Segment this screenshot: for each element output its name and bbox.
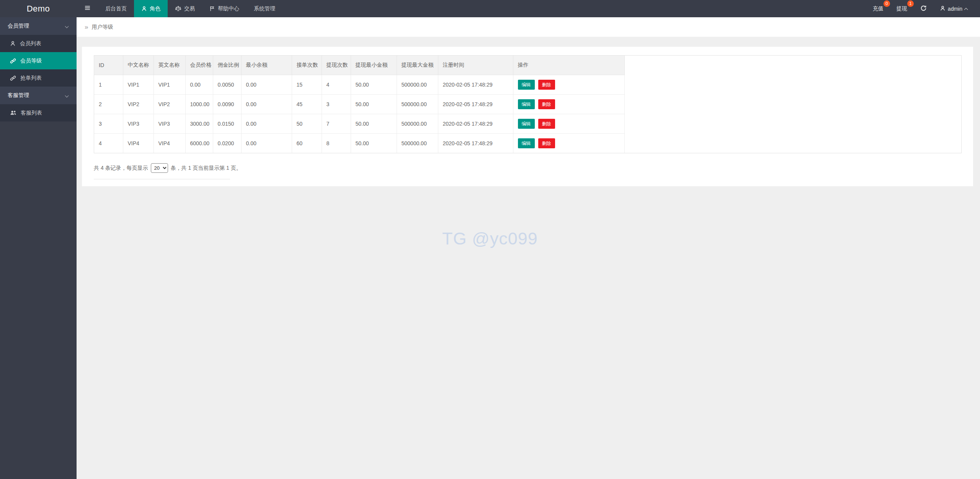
column-header: ID [94, 56, 123, 75]
nav-item-home[interactable]: 后台首页 [98, 0, 134, 17]
nav-item-label: 系统管理 [254, 5, 275, 12]
nav-item-trade[interactable]: 交易 [168, 0, 202, 17]
content-card: ID 中文名称 英文名称 会员价格 佣金比例 最小余额 接单次数 提现次数 提现… [82, 47, 973, 186]
nav-item-label: 角色 [150, 5, 160, 12]
nav-item-system[interactable]: 系统管理 [247, 0, 283, 17]
sidebar-group-support-mgmt[interactable]: 客服管理 [0, 87, 77, 104]
column-header: 提现次数 [322, 56, 351, 75]
nav-item-roles[interactable]: 角色 [134, 0, 168, 17]
column-header: 提现最大金额 [397, 56, 438, 75]
topbar-right: 充值 0 提现 1 admin [866, 0, 980, 17]
nav-item-help[interactable]: 帮助中心 [202, 0, 247, 17]
delete-button[interactable]: 删除 [538, 80, 555, 90]
cell-withdraw-max: 500000.00 [397, 94, 438, 114]
cell-register-time: 2020-02-05 17:48:29 [438, 133, 513, 153]
cell-cn-name: VIP2 [123, 94, 154, 114]
hamburger-button[interactable] [77, 0, 98, 17]
cell-en-name: VIP4 [154, 133, 185, 153]
table-row: 4 VIP4 VIP4 6000.00 0.0200 0.00 60 8 50.… [94, 133, 624, 153]
sidebar-item-member-level[interactable]: 会员等级 [0, 52, 77, 69]
delete-button[interactable]: 删除 [538, 99, 555, 109]
edit-button[interactable]: 编辑 [518, 80, 535, 90]
recharge-label: 充值 [873, 5, 884, 12]
sidebar-item-order-grab-list[interactable]: 抢单列表 [0, 69, 77, 87]
cell-withdraw-min: 50.00 [351, 114, 397, 133]
sidebar-item-support-list[interactable]: 客服列表 [0, 104, 77, 121]
cell-register-time: 2020-02-05 17:48:29 [438, 114, 513, 133]
nav-item-label: 后台首页 [105, 5, 127, 12]
cell-id: 3 [94, 114, 123, 133]
pagination-divider [94, 179, 230, 179]
top-nav: 后台首页 角色 交易 [98, 0, 283, 17]
delete-button[interactable]: 删除 [538, 138, 555, 148]
chevron-down-icon [65, 94, 69, 97]
cell-order-count: 45 [292, 94, 322, 114]
app-logo: Demo [0, 0, 77, 17]
main-content: » 用户等级 ID 中文名称 英文名称 会员价格 佣金比例 [77, 17, 980, 479]
cell-commission: 0.0200 [213, 133, 241, 153]
column-header: 接单次数 [292, 56, 322, 75]
sidebar-item-member-list[interactable]: 会员列表 [0, 35, 77, 52]
cell-withdraw-max: 500000.00 [397, 75, 438, 94]
cell-order-count: 60 [292, 133, 322, 153]
cell-actions: 编辑删除 [513, 114, 624, 133]
breadcrumb: » 用户等级 [77, 17, 980, 37]
cell-actions: 编辑删除 [513, 75, 624, 94]
sidebar-item-label: 会员列表 [20, 40, 41, 47]
cell-commission: 0.0150 [213, 114, 241, 133]
user-menu[interactable]: admin [940, 5, 967, 12]
edit-button[interactable]: 编辑 [518, 99, 535, 109]
hamburger-icon [84, 5, 91, 13]
cell-price: 3000.00 [185, 114, 213, 133]
pagination-suffix: 条，共 1 页当前显示第 1 页。 [171, 165, 242, 172]
sidebar-group-label: 客服管理 [8, 92, 29, 99]
cell-actions: 编辑删除 [513, 94, 624, 114]
user-level-table: ID 中文名称 英文名称 会员价格 佣金比例 最小余额 接单次数 提现次数 提现… [94, 56, 625, 153]
recharge-badge: 0 [884, 0, 890, 7]
column-header: 提现最小金额 [351, 56, 397, 75]
pagination: 共 4 条记录，每页显示 20 条，共 1 页当前显示第 1 页。 [94, 163, 962, 173]
cell-price: 1000.00 [185, 94, 213, 114]
person-icon [10, 41, 16, 46]
withdraw-button[interactable]: 提现 1 [897, 5, 907, 12]
breadcrumb-icon: » [85, 24, 88, 30]
withdraw-badge: 1 [907, 0, 914, 7]
edit-button[interactable]: 编辑 [518, 138, 535, 148]
recharge-button[interactable]: 充值 0 [873, 5, 884, 12]
pagination-prefix: 共 4 条记录，每页显示 [94, 165, 148, 172]
column-header: 注册时间 [438, 56, 513, 75]
cell-withdraw-max: 500000.00 [397, 114, 438, 133]
person-icon [141, 6, 147, 11]
cell-min-balance: 0.00 [241, 133, 292, 153]
nav-item-label: 交易 [184, 5, 195, 12]
cell-withdraw-min: 50.00 [351, 94, 397, 114]
cell-min-balance: 0.00 [241, 75, 292, 94]
table-row: 3 VIP3 VIP3 3000.00 0.0150 0.00 50 7 50.… [94, 114, 624, 133]
sidebar-item-label: 抢单列表 [20, 75, 42, 82]
nav-item-label: 帮助中心 [218, 5, 239, 12]
cell-en-name: VIP1 [154, 75, 185, 94]
table-row: 2 VIP2 VIP2 1000.00 0.0090 0.00 45 3 50.… [94, 94, 624, 114]
column-header: 最小余额 [241, 56, 292, 75]
per-page-select[interactable]: 20 [151, 163, 168, 173]
column-header: 佣金比例 [213, 56, 241, 75]
cell-commission: 0.0050 [213, 75, 241, 94]
person-icon [940, 5, 946, 12]
link-icon [10, 58, 16, 64]
scales-icon [175, 6, 181, 11]
column-header: 中文名称 [123, 56, 154, 75]
cell-withdraw-min: 50.00 [351, 75, 397, 94]
sidebar-group-member-mgmt[interactable]: 会员管理 [0, 17, 77, 35]
edit-button[interactable]: 编辑 [518, 119, 535, 129]
sidebar-item-label: 客服列表 [21, 110, 42, 116]
username: admin [948, 6, 962, 12]
users-icon [10, 110, 16, 116]
cell-register-time: 2020-02-05 17:48:29 [438, 75, 513, 94]
refresh-button[interactable] [920, 5, 927, 13]
sidebar-item-label: 会员等级 [20, 57, 42, 64]
cell-id: 1 [94, 75, 123, 94]
cell-cn-name: VIP4 [123, 133, 154, 153]
column-header: 英文名称 [154, 56, 185, 75]
delete-button[interactable]: 删除 [538, 119, 555, 129]
cell-cn-name: VIP1 [123, 75, 154, 94]
